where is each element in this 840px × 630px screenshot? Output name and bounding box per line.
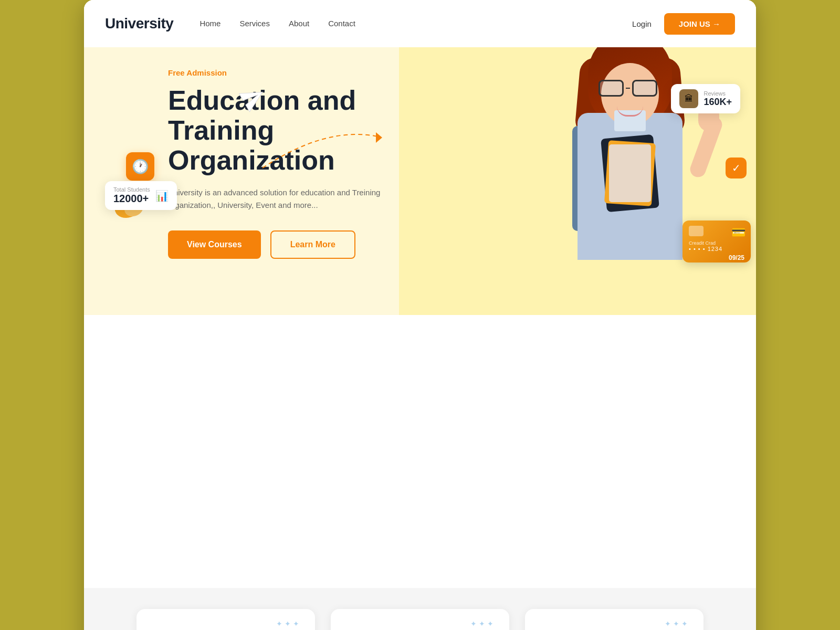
login-link[interactable]: Login (632, 19, 652, 28)
hero-subtitle: University is an advanced solution for e… (168, 186, 388, 212)
cards-section: ✦ ✦ ✦ ! Education System Holisticly revo… (84, 588, 756, 630)
nav-item-contact[interactable]: Contact (328, 19, 355, 28)
float-check: ✓ (726, 158, 747, 178)
browser-window: University Home Services About Contact L… (84, 0, 756, 630)
hero-title: Education and Training Organization (168, 86, 430, 176)
sparkles-2: ✦ ✦ ✦ (470, 620, 494, 628)
sparkles-1: ✦ ✦ ✦ (276, 620, 299, 628)
review-content: Reviews 160K+ (704, 90, 732, 108)
hero-left: Free Admission Education and Training Or… (168, 68, 430, 259)
review-icon: 🏛 (679, 89, 698, 108)
logo: University (105, 15, 173, 32)
education-icon: ! (152, 628, 186, 630)
students-label: Total Students (113, 186, 150, 193)
hero-badge: Free Admission (168, 68, 430, 77)
students-float-card: Total Students 12000+ 📊 (105, 181, 177, 210)
hero-buttons: View Courses Learn More (168, 230, 430, 259)
training-icon (346, 628, 380, 630)
float-clock: 🕐 (126, 152, 154, 181)
education-system-card: ✦ ✦ ✦ ! Education System Holisticly revo… (136, 609, 315, 630)
navbar: University Home Services About Contact L… (84, 0, 756, 47)
reviews-float-card: 🏛 Reviews 160K+ (671, 84, 740, 113)
nav-item-about[interactable]: About (289, 19, 309, 28)
join-button[interactable]: JOIN US → (664, 13, 735, 35)
hero-section: ♥ ♥ ♥ ♥ ♥ ♥ Free Admission Education and… (84, 0, 756, 315)
nav-item-home[interactable]: Home (200, 19, 220, 28)
view-courses-button[interactable]: View Courses (168, 230, 261, 259)
courses-icon (541, 628, 574, 630)
review-count: 160K+ (704, 97, 732, 108)
cc-dots: • • • • 1234 (689, 246, 744, 252)
students-count: 12000+ (113, 193, 150, 205)
training-center-card: ✦ ✦ ✦ Training Center Holisticly revolut… (331, 609, 509, 630)
cc-chip (689, 226, 704, 236)
nav-links: Home Services About Contact (200, 19, 355, 28)
cc-expiry: 09/25 (729, 254, 744, 261)
sparkles-3: ✦ ✦ ✦ (665, 620, 688, 628)
nav-item-services[interactable]: Services (239, 19, 270, 28)
students-content: Total Students 12000+ (113, 186, 150, 205)
cc-logo-icon: 💳 (731, 226, 746, 239)
credit-card-float: 💳 Creadit Crad • • • • 1234 09/25 (682, 220, 751, 262)
student-illustration (530, 16, 730, 315)
hero-image-area (399, 0, 756, 315)
chart-bars-icon: 📊 (155, 190, 169, 202)
learn-more-button[interactable]: Learn More (270, 230, 355, 259)
nav-right: Login JOIN US → (632, 13, 735, 35)
cc-label: Creadit Crad (689, 240, 744, 246)
online-courses-card: ✦ ✦ ✦ 1000+ online courses Holisticly re… (525, 609, 704, 630)
review-label: Reviews (704, 90, 732, 97)
